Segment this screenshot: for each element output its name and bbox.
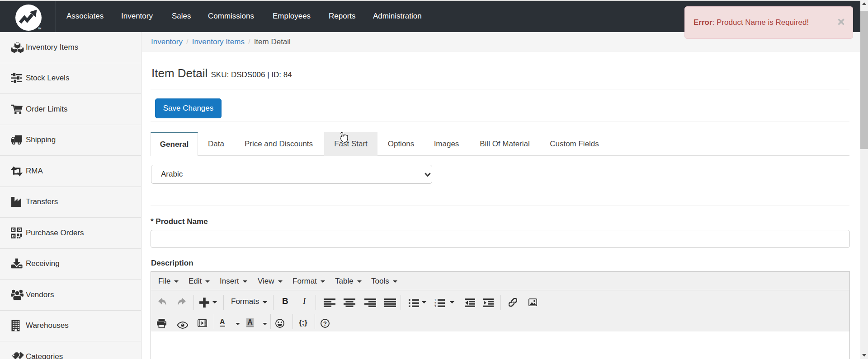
- svg-text:3: 3: [434, 305, 436, 308]
- svg-text:2: 2: [434, 302, 436, 305]
- svg-text:A: A: [220, 318, 225, 326]
- svg-text:A: A: [247, 318, 253, 326]
- svg-text:?: ?: [323, 320, 327, 327]
